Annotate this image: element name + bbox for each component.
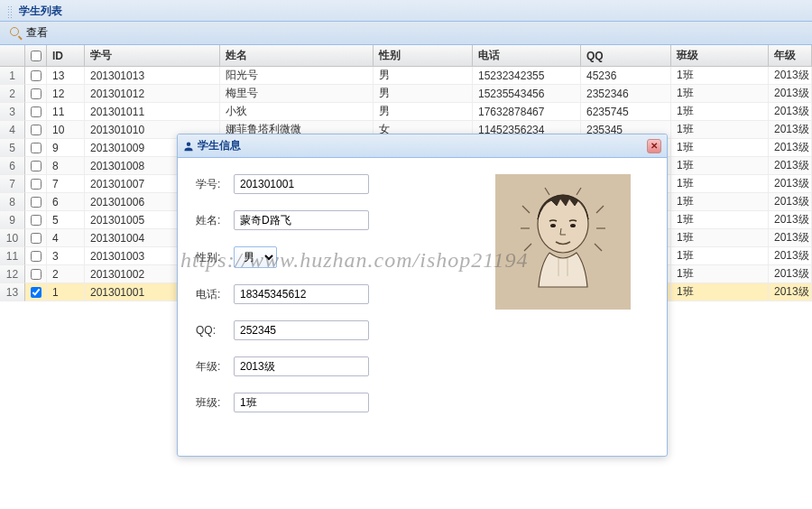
id-cell: 10 bbox=[47, 121, 85, 139]
checkbox-cell bbox=[25, 229, 47, 247]
grade-cell: 2013级 bbox=[769, 121, 812, 139]
row-checkbox[interactable] bbox=[31, 161, 42, 171]
row-checkbox[interactable] bbox=[31, 179, 42, 190]
name-cell: 小狄 bbox=[220, 103, 374, 121]
row-checkbox[interactable] bbox=[31, 197, 42, 208]
class-cell: 1班 bbox=[671, 265, 769, 283]
input-grade[interactable] bbox=[234, 356, 369, 376]
grade-cell: 2013级 bbox=[769, 283, 812, 301]
row-checkbox[interactable] bbox=[31, 251, 42, 262]
id-cell: 7 bbox=[47, 175, 85, 193]
checkbox-cell bbox=[25, 139, 47, 157]
panel-title: 学生列表 bbox=[19, 5, 62, 17]
id-cell: 11 bbox=[47, 103, 85, 121]
col-rownum bbox=[0, 45, 25, 66]
class-cell: 1班 bbox=[671, 67, 769, 85]
table-row[interactable]: 113201301013阳光号男15232342355452361班2013级 bbox=[0, 67, 812, 85]
rownum-cell: 12 bbox=[0, 265, 25, 283]
name-cell: 梅里号 bbox=[220, 85, 374, 103]
rownum-cell: 10 bbox=[0, 229, 25, 247]
col-checkbox[interactable] bbox=[25, 45, 47, 66]
grade-cell: 2013级 bbox=[769, 175, 812, 193]
col-name-header[interactable]: 姓名 bbox=[220, 45, 374, 66]
grid-header: ID 学号 姓名 性别 电话 QQ 班级 年级 bbox=[0, 45, 812, 67]
input-sno[interactable] bbox=[234, 174, 369, 194]
select-sex[interactable]: 男 bbox=[234, 246, 277, 268]
svg-point-2 bbox=[570, 224, 576, 227]
checkbox-cell bbox=[25, 85, 47, 103]
row-checkbox[interactable] bbox=[31, 106, 42, 117]
grade-cell: 2013级 bbox=[769, 229, 812, 247]
select-all-checkbox[interactable] bbox=[31, 51, 42, 61]
class-cell: 1班 bbox=[671, 85, 769, 103]
col-tel-header[interactable]: 电话 bbox=[473, 45, 581, 66]
col-grade-header[interactable]: 年级 bbox=[769, 45, 812, 66]
table-row[interactable]: 311201301011小狄男1763287846762357451班2013级 bbox=[0, 103, 812, 121]
checkbox-cell bbox=[25, 157, 47, 175]
input-class[interactable] bbox=[234, 393, 369, 412]
label-tel: 电话: bbox=[196, 287, 234, 302]
grade-cell: 2013级 bbox=[769, 139, 812, 157]
qq-cell: 45236 bbox=[581, 67, 671, 85]
rownum-cell: 5 bbox=[0, 139, 25, 157]
dialog-header[interactable]: 学生信息 ✕ bbox=[178, 134, 667, 158]
close-button[interactable]: ✕ bbox=[647, 139, 661, 153]
qq-cell: 6235745 bbox=[581, 103, 671, 121]
rownum-cell: 7 bbox=[0, 175, 25, 193]
id-cell: 2 bbox=[47, 265, 85, 283]
avatar-image bbox=[495, 174, 631, 310]
input-name[interactable] bbox=[234, 210, 369, 230]
view-button[interactable]: 查看 bbox=[4, 23, 54, 43]
id-cell: 6 bbox=[47, 193, 85, 211]
col-qq-header[interactable]: QQ bbox=[581, 45, 671, 66]
row-checkbox[interactable] bbox=[31, 287, 42, 298]
rownum-cell: 2 bbox=[0, 85, 25, 103]
label-name: 姓名: bbox=[196, 213, 234, 228]
row-checkbox[interactable] bbox=[31, 215, 42, 226]
row-checkbox[interactable] bbox=[31, 269, 42, 280]
grade-cell: 2013级 bbox=[769, 85, 812, 103]
row-checkbox[interactable] bbox=[31, 143, 42, 153]
col-sex-header[interactable]: 性别 bbox=[374, 45, 473, 66]
col-class-header[interactable]: 班级 bbox=[671, 45, 769, 66]
id-cell: 12 bbox=[47, 85, 85, 103]
class-cell: 1班 bbox=[671, 121, 769, 139]
label-qq: QQ: bbox=[196, 324, 234, 337]
grade-cell: 2013级 bbox=[769, 193, 812, 211]
rownum-cell: 8 bbox=[0, 193, 25, 211]
table-row[interactable]: 212201301012梅里号男1523554345623523461班2013… bbox=[0, 85, 812, 103]
id-cell: 13 bbox=[47, 67, 85, 85]
svg-point-1 bbox=[550, 224, 556, 227]
grade-cell: 2013级 bbox=[769, 265, 812, 283]
row-checkbox[interactable] bbox=[31, 233, 42, 244]
student-dialog: 学生信息 ✕ 学号: 姓名: 性别: 男 电话: QQ: 年级: 班级: bbox=[177, 134, 668, 457]
grip-icon bbox=[7, 5, 13, 18]
checkbox-cell bbox=[25, 211, 47, 229]
class-cell: 1班 bbox=[671, 139, 769, 157]
id-cell: 9 bbox=[47, 139, 85, 157]
checkbox-cell bbox=[25, 283, 47, 301]
sno-cell: 201301012 bbox=[85, 85, 220, 103]
row-checkbox[interactable] bbox=[31, 125, 42, 135]
qq-cell: 2352346 bbox=[581, 85, 671, 103]
grade-cell: 2013级 bbox=[769, 67, 812, 85]
row-checkbox[interactable] bbox=[31, 88, 42, 99]
col-id-header[interactable]: ID bbox=[47, 45, 85, 66]
checkbox-cell bbox=[25, 67, 47, 85]
class-cell: 1班 bbox=[671, 175, 769, 193]
name-cell: 阳光号 bbox=[220, 67, 374, 85]
input-qq[interactable] bbox=[234, 320, 369, 340]
sex-cell: 男 bbox=[374, 67, 473, 85]
label-class: 班级: bbox=[196, 395, 234, 411]
class-cell: 1班 bbox=[671, 103, 769, 121]
col-sno-header[interactable]: 学号 bbox=[85, 45, 220, 66]
sex-cell: 男 bbox=[374, 85, 473, 103]
search-icon bbox=[10, 27, 23, 40]
id-cell: 4 bbox=[47, 229, 85, 247]
row-checkbox[interactable] bbox=[31, 70, 42, 81]
label-sno: 学号: bbox=[196, 177, 234, 192]
user-icon bbox=[183, 141, 194, 152]
tel-cell: 15235543456 bbox=[473, 85, 581, 103]
class-cell: 1班 bbox=[671, 193, 769, 211]
input-tel[interactable] bbox=[234, 284, 369, 304]
